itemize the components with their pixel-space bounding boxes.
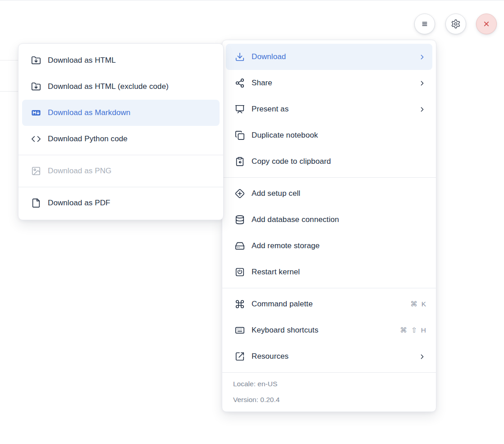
- menu-item-download-as-pdf[interactable]: Download as PDF: [22, 190, 220, 216]
- hard-drive-icon: [235, 241, 245, 251]
- file-icon: [31, 198, 41, 208]
- menu-item-download-as-png: Download as PNG: [22, 158, 220, 184]
- menu-divider: [18, 155, 223, 155]
- menu-item-keyboard-shortcuts[interactable]: Keyboard shortcuts⌘⇧H: [226, 317, 432, 343]
- menu-item-label: Download as HTML: [48, 56, 213, 65]
- markdown-badge-icon: [31, 108, 41, 118]
- page-top-border: [0, 0, 504, 0]
- shortcut-key: H: [421, 326, 426, 334]
- menu-footer: Locale: en-US Version: 0.20.4: [222, 372, 436, 412]
- menu-item-label: Add database connection: [252, 215, 426, 224]
- menu-item-label: Download as PDF: [48, 199, 213, 208]
- shortcut-key: ⌘: [400, 326, 407, 334]
- menu-divider: [18, 187, 223, 187]
- menu-item-restart-kernel[interactable]: Restart kernel: [226, 259, 432, 285]
- gear-icon: [451, 19, 461, 29]
- keyboard-icon: [235, 325, 245, 335]
- clipboard-arrow-icon: [235, 157, 245, 166]
- menu-divider: [222, 288, 436, 288]
- chevron-right-icon: [418, 353, 426, 361]
- close-icon: [482, 19, 491, 28]
- chevron-right-icon: [418, 106, 426, 113]
- menu-item-label: Restart kernel: [252, 268, 426, 277]
- image-icon: [31, 166, 41, 176]
- database-icon: [235, 215, 245, 225]
- menu-item-label: Download: [252, 52, 412, 61]
- menu-item-label: Share: [252, 79, 412, 88]
- menu-item-label: Download as Markdown: [48, 108, 213, 117]
- cell-boundary-line: [0, 60, 18, 60]
- notebook-page: Download as HTMLDownload as HTML (exclud…: [0, 0, 504, 444]
- menu-item-add-database-connection[interactable]: Add database connection: [226, 207, 432, 233]
- diamond-plus-icon: [235, 189, 245, 199]
- shortcut-key: ⌘: [410, 300, 417, 308]
- menu-group: Command palette⌘KKeyboard shortcuts⌘⇧HRe…: [222, 291, 436, 370]
- menu-item-copy-code-to-clipboard[interactable]: Copy code to clipboard: [226, 148, 432, 175]
- notebook-actions-menu: DownloadSharePresent asDuplicate noteboo…: [222, 40, 436, 412]
- folder-down-icon: [31, 82, 41, 92]
- menu-item-label: Download as PNG: [48, 166, 213, 176]
- shortcut-key: K: [422, 300, 426, 308]
- menu-item-add-remote-storage[interactable]: Add remote storage: [226, 233, 432, 259]
- shutdown-button[interactable]: [476, 14, 497, 34]
- menu-item-share[interactable]: Share: [226, 70, 432, 96]
- menu-item-label: Resources: [252, 352, 412, 361]
- external-link-icon: [235, 352, 245, 361]
- share-icon: [235, 78, 245, 88]
- download-submenu: Download as HTMLDownload as HTML (exclud…: [18, 43, 224, 220]
- menu-item-download-as-html-exclude-code[interactable]: Download as HTML (exclude code): [22, 74, 220, 100]
- menu-item-label: Present as: [252, 105, 412, 114]
- settings-button[interactable]: [445, 14, 466, 34]
- menu-item-label: Duplicate notebook: [252, 131, 426, 140]
- menu-item-command-palette[interactable]: Command palette⌘K: [226, 291, 432, 317]
- cell-boundary-line: [0, 91, 18, 92]
- menu-group: Add setup cellAdd database connectionAdd…: [222, 180, 436, 285]
- chevron-right-icon: [418, 79, 426, 87]
- menu-item-label: Command palette: [252, 300, 403, 309]
- shortcut-key: ⇧: [411, 326, 417, 334]
- hamburger-menu-icon: [420, 19, 430, 29]
- menu-item-download[interactable]: Download: [226, 44, 432, 70]
- duplicate-pages-icon: [235, 130, 245, 140]
- folder-down-icon: [31, 56, 41, 65]
- menu-item-duplicate-notebook[interactable]: Duplicate notebook: [226, 122, 432, 148]
- menu-item-label: Copy code to clipboard: [252, 157, 426, 166]
- menu-group: Download as PNG: [18, 158, 223, 184]
- menu-group: Download as HTMLDownload as HTML (exclud…: [18, 47, 223, 152]
- menu-item-label: Add setup cell: [252, 189, 426, 198]
- power-square-icon: [235, 267, 245, 277]
- shortcut-hint: ⌘K: [410, 300, 426, 308]
- download-icon: [235, 52, 245, 62]
- menu-group: DownloadSharePresent asDuplicate noteboo…: [222, 44, 436, 175]
- command-icon: [235, 299, 245, 309]
- menu-item-download-as-html[interactable]: Download as HTML: [22, 47, 220, 74]
- presentation-icon: [235, 104, 245, 114]
- version-text: Version: 0.20.4: [233, 392, 429, 407]
- menu-item-download-python-code[interactable]: Download Python code: [22, 126, 220, 152]
- menu-item-label: Keyboard shortcuts: [252, 326, 393, 335]
- menu-item-label: Download Python code: [48, 134, 213, 143]
- menu-divider: [222, 177, 436, 178]
- shortcut-hint: ⌘⇧H: [400, 326, 426, 334]
- menu-item-label: Add remote storage: [252, 241, 426, 250]
- notebook-menu-button[interactable]: [414, 14, 435, 34]
- code-icon: [31, 134, 41, 144]
- menu-item-add-setup-cell[interactable]: Add setup cell: [226, 180, 432, 207]
- menu-group: Download as PDF: [18, 190, 223, 216]
- chevron-right-icon: [418, 53, 426, 61]
- menu-item-download-as-markdown[interactable]: Download as Markdown: [22, 100, 220, 126]
- menu-item-present-as[interactable]: Present as: [226, 96, 432, 122]
- menu-item-resources[interactable]: Resources: [226, 343, 432, 370]
- menu-item-label: Download as HTML (exclude code): [48, 82, 213, 91]
- locale-text: Locale: en-US: [233, 376, 429, 392]
